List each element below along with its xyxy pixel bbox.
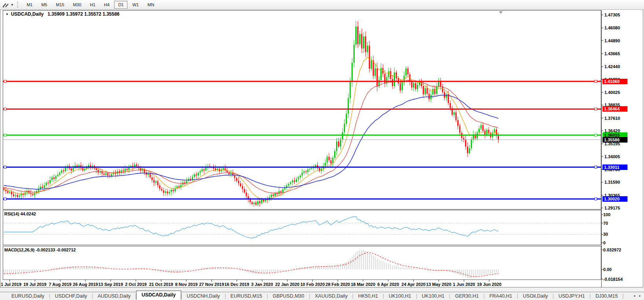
price-tick-label: 1.46080 — [604, 25, 620, 31]
tool-dropdown-caret-icon[interactable]: ▼ — [11, 3, 14, 7]
price-tick-label: 1.34005 — [604, 154, 620, 159]
tab-xauusd-daily[interactable]: XAUUSD,Daily — [310, 292, 353, 300]
tab-usdjpy-h1[interactable]: USDJPY,H1 — [553, 292, 590, 300]
timeframe-button-h4[interactable]: H4 — [100, 1, 113, 9]
tab-hk50-h1[interactable]: HK50,H1 — [353, 292, 383, 300]
drawing-tool-icon[interactable]: ▼ — [1, 2, 15, 8]
timeframe-button-w1[interactable]: W1 — [128, 1, 143, 9]
price-badge-1.35586: 1.35586 — [602, 137, 628, 143]
price-tick-label: 1.43665 — [604, 51, 620, 56]
tabs-scroll-left-icon[interactable]: ◂ — [633, 294, 635, 298]
rsi-header: RSI(14) 44.0242 — [4, 211, 36, 216]
timeframe-button-mn[interactable]: MN — [144, 1, 158, 9]
price-tick-label: 1.40025 — [604, 90, 620, 95]
price-badge-1.38464: 1.38464 — [602, 106, 628, 112]
tab-gbpusd-m30[interactable]: GBPUSD,M30 — [267, 292, 309, 300]
tab-usdcad-daily[interactable]: USDCAD,Daily — [136, 291, 181, 300]
timeframe-button-m15[interactable]: M15 — [52, 1, 68, 9]
timeframe-button-h1[interactable]: H1 — [86, 1, 99, 9]
tab-uk100-h1[interactable]: UK100,H1 — [384, 292, 417, 300]
price-tick-label: 1.37610 — [604, 116, 620, 121]
timeframe-button-m30[interactable]: M30 — [69, 1, 85, 9]
price-badge-1.33011: 1.33011 — [602, 164, 628, 170]
price-tick-label: 1.31590 — [604, 179, 620, 185]
tab-eurusd-daily[interactable]: EURUSD,Daily — [6, 292, 49, 300]
chart-tabs: EURUSD,DailyUSDCHF,DailyAUDUSD,DailyUSDC… — [0, 292, 644, 300]
pen-tool-glyph — [2, 2, 9, 8]
price-tick-label: 1.47305 — [604, 12, 620, 18]
rsi-tick-label: 70 — [603, 220, 608, 226]
timeframe-button-d1[interactable]: D1 — [114, 1, 127, 9]
chart-symbol-label: USDCAD,Daily — [11, 11, 44, 17]
tab-usdchf-daily[interactable]: USDCHF,Daily — [50, 292, 92, 300]
tab-separator — [623, 294, 623, 299]
tab-fra40-h1[interactable]: FRA40,H1 — [484, 292, 517, 300]
tab-ger30-h1[interactable]: GER30,H1 — [450, 292, 484, 300]
toolbar: ▼ M1M5M15M30H1H4D1W1MN — [0, 0, 644, 10]
timeframe-button-m5[interactable]: M5 — [37, 1, 51, 9]
price-tick-label: 1.44890 — [604, 38, 620, 43]
timeframe-buttons: M1M5M15M30H1H4D1W1MN — [22, 1, 158, 9]
price-badge-1.41060: 1.41060 — [602, 79, 628, 84]
macd-header: MACD(12,26,9) -0.002133 -0.002712 — [4, 248, 76, 252]
price-tick-label: 1.42440 — [604, 64, 620, 69]
chart-menu-caret-icon[interactable]: ▼ — [5, 13, 9, 16]
tab-audusd-daily[interactable]: AUDUSD,Daily — [93, 292, 136, 300]
chart-window[interactable] — [0, 9, 643, 287]
price-tick-label: 1.29175 — [604, 205, 620, 211]
timeframe-button-m1[interactable]: M1 — [23, 1, 36, 9]
toolbar-grip[interactable] — [17, 2, 20, 8]
tab-eurusd-m15[interactable]: EURUSD,M15 — [226, 292, 267, 300]
rsi-tick-label: 100 — [603, 212, 610, 217]
rsi-tick-label: 0 — [603, 240, 606, 246]
tabs-scroll-right-icon[interactable]: ▸ — [639, 294, 641, 298]
tab-uk100-h1[interactable]: UK100,H1 — [417, 292, 450, 300]
price-badge-1.30020: 1.30020 — [602, 196, 628, 202]
macd-tick-label: 0.00 — [603, 267, 611, 272]
rsi-tick-label: 30 — [603, 231, 608, 237]
tab-usoil-daily[interactable]: USOil,Daily — [518, 292, 553, 300]
date-label: 19 Jun 2020 — [471, 282, 507, 287]
tab-usdcnh-daily[interactable]: USDCNH,Daily — [182, 292, 225, 300]
chart-quote-values: 1.35909 1.35972 1.35572 1.35586 — [47, 11, 120, 17]
macd-tick-label: 0.032972 — [603, 247, 621, 253]
chart-title: ▼ USDCAD,Daily 1.35909 1.35972 1.35572 1… — [5, 11, 120, 17]
macd-tick-label: -0.018154 — [603, 277, 623, 282]
tab-dj30-m15[interactable]: DJ30,M15 — [590, 292, 623, 300]
